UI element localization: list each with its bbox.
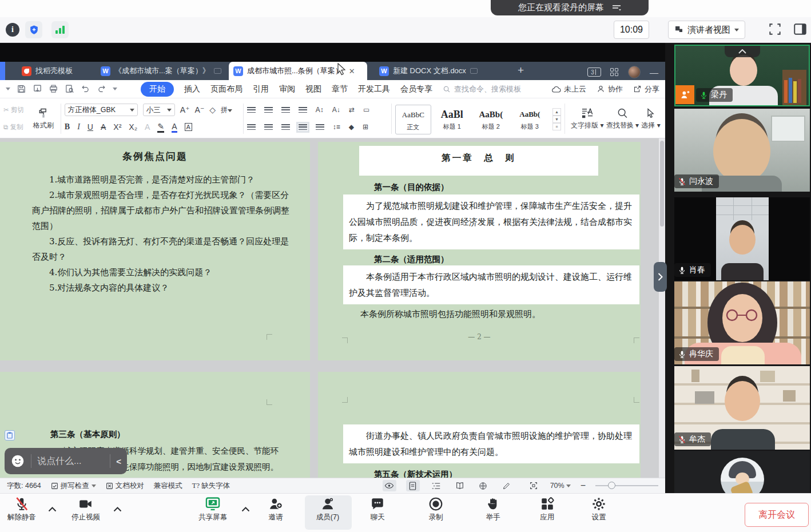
record-button[interactable]: 录制 — [412, 497, 460, 522]
print-preview-icon[interactable] — [65, 84, 74, 94]
copy-button[interactable]: ⧉ 复制 — [3, 123, 24, 132]
ruler-icon[interactable]: ▭ — [363, 106, 369, 114]
fullscreen-icon[interactable] — [768, 22, 782, 39]
style-heading1[interactable]: AaBl 标题 1 — [434, 105, 470, 134]
decrease-indent-icon[interactable] — [281, 107, 290, 113]
compat-mode[interactable]: 兼容模式 — [154, 481, 182, 491]
participant-video[interactable] — [674, 451, 810, 493]
undo-icon[interactable] — [81, 84, 90, 94]
tab-close-icon[interactable]: ✕ — [349, 67, 355, 76]
font-size-select[interactable]: 小三 — [143, 104, 175, 116]
line-spacing-icon[interactable]: ↕≡ — [333, 123, 340, 131]
share-options-chevron[interactable] — [241, 507, 250, 512]
minimize-icon[interactable]: — — [650, 68, 658, 77]
chat-collapse-icon[interactable]: < — [116, 456, 121, 466]
qat-more-icon[interactable] — [113, 88, 117, 90]
style-heading3[interactable]: AaBb( 标题 3 — [512, 105, 548, 134]
missing-font-button[interactable]: T? 缺失字体 — [192, 481, 230, 491]
paste-options-icon[interactable] — [5, 430, 15, 440]
sidebar-expand-handle[interactable] — [654, 262, 667, 292]
save-icon[interactable] — [17, 84, 26, 94]
tab-document-1[interactable]: W 《成都市城市...案（草案）》 — [96, 62, 226, 80]
export-pdf-icon[interactable] — [33, 84, 42, 94]
web-layout-icon[interactable] — [476, 480, 490, 491]
side-panel-toggle-icon[interactable] — [793, 22, 808, 39]
participant-video[interactable]: 肖春 — [674, 197, 810, 280]
find-replace-button[interactable]: 查找替换 ▾ — [606, 108, 639, 130]
shading-icon[interactable]: ◆ — [349, 123, 354, 131]
read-mode-icon[interactable] — [453, 480, 467, 491]
invite-button[interactable]: 邀请 — [252, 497, 300, 522]
font-color-button[interactable]: A — [172, 122, 177, 133]
smiley-icon[interactable] — [10, 454, 25, 469]
format-painter-button[interactable]: 格式刷 — [30, 101, 57, 136]
styles-scroll-buttons[interactable]: ▲▼≡ — [552, 108, 561, 130]
participant-video[interactable]: 牟杰 — [674, 366, 810, 450]
raise-hand-button[interactable]: 举手 — [469, 497, 517, 522]
menu-references[interactable]: 引用 — [253, 84, 269, 94]
numbered-list-icon[interactable] — [264, 107, 273, 113]
tab-docer-templates[interactable]: 找稻壳模板 — [17, 62, 77, 80]
leave-meeting-button[interactable]: 离开会议 — [745, 503, 809, 527]
share-screen-button[interactable]: 共享屏幕 — [189, 497, 237, 522]
doc-scrollbar-thumb[interactable] — [660, 141, 664, 227]
video-options-chevron[interactable] — [113, 507, 122, 512]
character-border-button[interactable]: A — [185, 123, 192, 131]
outline-view-icon[interactable] — [430, 480, 443, 491]
qat-dropdown-icon[interactable] — [6, 88, 10, 90]
cloud-status-button[interactable]: 未上云 — [551, 84, 586, 94]
account-avatar[interactable] — [628, 66, 641, 78]
doc-right-page-1[interactable]: 第一章 总 则 第一条（目的依据） 为了规范城市照明规划建设和维护管理，保障城市… — [318, 142, 641, 360]
network-signal-icon[interactable] — [51, 21, 69, 38]
view-mode-dropdown[interactable]: 演讲者视图 — [668, 21, 745, 39]
pinyin-guide-icon[interactable]: 拼 — [221, 105, 232, 115]
sidebar-collapse-chevron[interactable] — [725, 46, 760, 57]
zoom-slider-knob[interactable] — [608, 482, 615, 489]
settings-button[interactable]: 设置 — [575, 497, 623, 522]
print-icon[interactable] — [49, 84, 58, 94]
proofread-button[interactable]: 文档校对 — [106, 481, 144, 491]
new-tab-button[interactable]: + — [518, 64, 524, 77]
fit-page-icon[interactable] — [527, 480, 540, 491]
align-right-icon[interactable] — [281, 124, 290, 130]
justify-icon[interactable] — [299, 124, 307, 130]
clear-format-icon[interactable]: ◇ — [209, 105, 216, 114]
align-center-icon[interactable] — [264, 124, 273, 130]
menu-page-layout[interactable]: 页面布局 — [210, 84, 242, 94]
highlight-color-button[interactable]: ✎ — [157, 122, 164, 133]
tab-document-new[interactable]: W 新建 DOCX 文档.docx — [375, 62, 482, 80]
members-button[interactable]: 成员(7) — [304, 497, 352, 522]
italic-button[interactable]: I — [77, 122, 80, 132]
collab-button[interactable]: 协作 — [597, 84, 623, 94]
mic-options-chevron[interactable] — [48, 507, 57, 512]
grow-font-button[interactable]: A⁺ — [180, 105, 190, 114]
ink-pen-icon[interactable] — [500, 480, 514, 491]
eye-protect-icon[interactable] — [383, 480, 396, 491]
char-scale-icon[interactable]: A↕ — [316, 106, 324, 114]
select-button[interactable]: 选择 ▾ — [641, 108, 660, 130]
menu-dev-tools[interactable]: 开发工具 — [358, 84, 390, 94]
participant-video[interactable]: 闫永波 — [674, 109, 810, 192]
text-layout-button[interactable]: 文字排版 ▾ — [571, 108, 603, 130]
doc-left-page-1[interactable]: 条例焦点问题 1.城市道路照明是否完善，是否清楚对应的主管部门？ 2.城市景观照… — [0, 142, 310, 360]
zoom-slider[interactable] — [595, 485, 658, 486]
chat-button[interactable]: 聊天 — [353, 497, 401, 522]
font-name-select[interactable]: 方正楷体_GBK — [65, 104, 138, 116]
command-search-input[interactable]: 查找命令、搜索模板 — [443, 84, 541, 94]
doc-right-page-2[interactable]: 街道办事处、镇人民政府负责自管城市照明设施的维护管理，协助处理城市照明建设和维护… — [318, 372, 641, 478]
redo-icon[interactable] — [97, 84, 106, 94]
bullet-list-icon[interactable] — [247, 107, 256, 113]
text-effects-button[interactable]: A — [145, 122, 150, 132]
apps-grid-icon[interactable] — [610, 68, 619, 77]
strikethrough-button[interactable]: A — [101, 122, 106, 132]
menu-review[interactable]: 审阅 — [279, 84, 295, 94]
cut-button[interactable]: ✂ 剪切 — [3, 106, 24, 114]
participant-video[interactable]: 梁丹 — [674, 45, 810, 106]
apps-button[interactable]: 应用 — [523, 497, 571, 522]
subscript-button[interactable]: X₂ — [129, 122, 137, 132]
menu-insert[interactable]: 插入 — [184, 84, 200, 94]
distribute-icon[interactable] — [316, 124, 324, 130]
borders-icon[interactable]: ⊞ — [363, 123, 368, 131]
menu-member[interactable]: 会员专享 — [400, 84, 432, 94]
text-direction-icon[interactable]: ⇄ — [349, 106, 355, 114]
